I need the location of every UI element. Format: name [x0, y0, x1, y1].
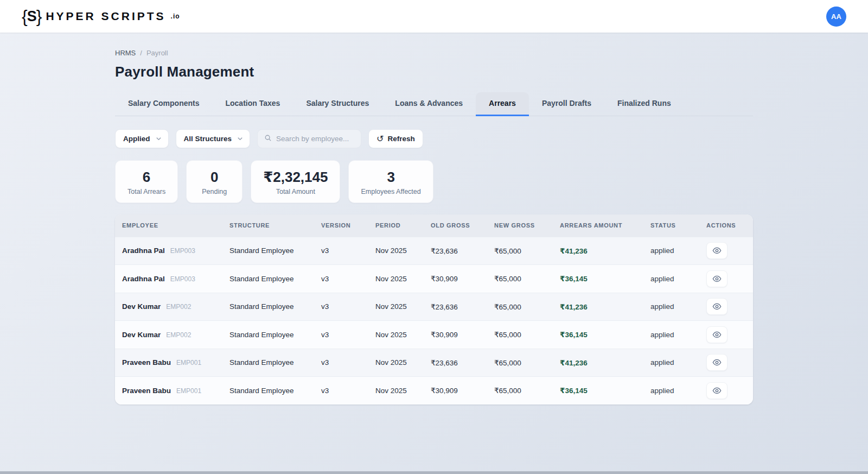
eye-icon: [712, 275, 722, 282]
chevron-down-icon: [156, 136, 162, 142]
breadcrumb-hrms[interactable]: HRMS: [115, 49, 136, 57]
refresh-label: Refresh: [387, 135, 414, 143]
view-details-button[interactable]: [706, 326, 727, 343]
status-cell: applied: [650, 358, 706, 366]
version-cell: v3: [321, 247, 375, 255]
logo-brace-right: }: [36, 8, 41, 25]
card-total-amount: ₹2,32,145Total Amount: [251, 160, 340, 203]
period-cell: Nov 2025: [375, 247, 431, 255]
employee-cell: Dev KumarEMP002: [122, 302, 229, 311]
refresh-button[interactable]: ↺ Refresh: [368, 129, 423, 148]
employee-cell: Aradhna PalEMP003: [122, 275, 229, 283]
employee-name: Praveen Babu: [122, 358, 171, 366]
logo-monogram-letter: S: [27, 9, 36, 24]
new-gross-cell: ₹65,000: [494, 302, 560, 311]
card-label: Employees Affected: [361, 188, 420, 195]
horizontal-scrollbar-track[interactable]: [0, 471, 868, 474]
view-details-button[interactable]: [706, 382, 727, 399]
column-header-old-gross: Old Gross: [431, 222, 494, 229]
employee-cell: Praveen BabuEMP001: [122, 358, 229, 366]
tabs: Salary ComponentsLocation TaxesSalary St…: [115, 92, 753, 116]
version-cell: v3: [321, 302, 375, 311]
card-pending: 0Pending: [186, 160, 242, 203]
main-content: HRMS / Payroll Payroll Management Salary…: [115, 33, 753, 405]
tab-location-taxes[interactable]: Location Taxes: [212, 92, 293, 116]
status-cell: applied: [650, 331, 706, 339]
old-gross-cell: ₹23,636: [431, 302, 494, 311]
view-details-button[interactable]: [706, 354, 727, 371]
filters-row: Applied All Structures ↺ Refresh: [115, 129, 753, 148]
arrears-amount-cell: ₹41,236: [560, 358, 650, 367]
status-filter-value: Applied: [123, 135, 150, 143]
tab-finalized-runs[interactable]: Finalized Runs: [604, 92, 684, 116]
view-details-button[interactable]: [706, 242, 727, 259]
employee-cell: Aradhna PalEMP003: [122, 247, 229, 255]
tab-salary-components[interactable]: Salary Components: [115, 92, 212, 116]
status-cell: applied: [650, 275, 706, 283]
employee-code: EMP002: [166, 303, 191, 311]
summary-cards: 6Total Arrears0Pending₹2,32,145Total Amo…: [115, 160, 753, 203]
search-input[interactable]: [276, 135, 354, 143]
column-header-version: Version: [321, 222, 375, 229]
view-details-button[interactable]: [706, 270, 727, 287]
column-header-employee: Employee: [122, 222, 229, 229]
employee-name: Dev Kumar: [122, 302, 161, 311]
period-cell: Nov 2025: [375, 331, 431, 339]
card-label: Total Amount: [263, 188, 328, 195]
employee-name: Aradhna Pal: [122, 275, 165, 283]
version-cell: v3: [321, 387, 375, 395]
breadcrumb-payroll: Payroll: [146, 49, 168, 57]
tab-payroll-drafts[interactable]: Payroll Drafts: [529, 92, 604, 116]
employee-code: EMP002: [166, 331, 191, 339]
employee-name: Aradhna Pal: [122, 247, 165, 255]
employee-cell: Praveen BabuEMP001: [122, 387, 229, 395]
table-row: Dev KumarEMP002Standard Employeev3Nov 20…: [115, 320, 753, 349]
structure-filter-select[interactable]: All Structures: [176, 129, 251, 148]
view-details-button[interactable]: [706, 298, 727, 315]
employee-cell: Dev KumarEMP002: [122, 331, 229, 339]
old-gross-cell: ₹30,909: [431, 386, 494, 395]
status-filter-select[interactable]: Applied: [115, 129, 169, 148]
tab-loans-advances[interactable]: Loans & Advances: [382, 92, 476, 116]
status-cell: applied: [650, 247, 706, 255]
breadcrumb-separator: /: [140, 49, 142, 57]
eye-icon: [712, 303, 722, 310]
tab-arrears[interactable]: Arrears: [476, 92, 529, 116]
chevron-down-icon: [237, 136, 243, 142]
period-cell: Nov 2025: [375, 302, 431, 311]
eye-icon: [712, 359, 722, 366]
card-value: 3: [361, 168, 420, 186]
version-cell: v3: [321, 331, 375, 339]
page-title: Payroll Management: [115, 64, 753, 80]
arrears-amount-cell: ₹36,145: [560, 330, 650, 339]
old-gross-cell: ₹23,636: [431, 247, 494, 255]
actions-cell: [706, 354, 753, 371]
app-logo[interactable]: {S} HYPER SCRIPTS .io: [22, 8, 180, 25]
arrears-amount-cell: ₹36,145: [560, 386, 650, 395]
table-row: Aradhna PalEMP003Standard Employeev3Nov …: [115, 237, 753, 265]
table-body: Aradhna PalEMP003Standard Employeev3Nov …: [115, 237, 753, 405]
actions-cell: [706, 270, 753, 287]
actions-cell: [706, 242, 753, 259]
new-gross-cell: ₹65,000: [494, 330, 560, 339]
logo-monogram-icon: {S}: [22, 8, 41, 25]
old-gross-cell: ₹23,636: [431, 358, 494, 367]
column-header-new-gross: New Gross: [494, 222, 560, 229]
employee-code: EMP001: [176, 387, 201, 395]
search-box: [257, 129, 361, 148]
employee-name: Praveen Babu: [122, 387, 171, 395]
refresh-icon: ↺: [376, 135, 384, 143]
breadcrumb: HRMS / Payroll: [115, 49, 753, 57]
actions-cell: [706, 326, 753, 343]
card-employees-affected: 3Employees Affected: [348, 160, 433, 203]
eye-icon: [712, 331, 722, 338]
new-gross-cell: ₹65,000: [494, 274, 560, 283]
card-value: 6: [127, 168, 165, 186]
status-cell: applied: [650, 302, 706, 311]
tab-salary-structures[interactable]: Salary Structures: [293, 92, 382, 116]
card-total-arrears: 6Total Arrears: [115, 160, 178, 203]
search-icon: [264, 134, 272, 144]
table-row: Aradhna PalEMP003Standard Employeev3Nov …: [115, 264, 753, 293]
user-avatar[interactable]: AA: [826, 7, 846, 27]
arrears-amount-cell: ₹36,145: [560, 274, 650, 283]
